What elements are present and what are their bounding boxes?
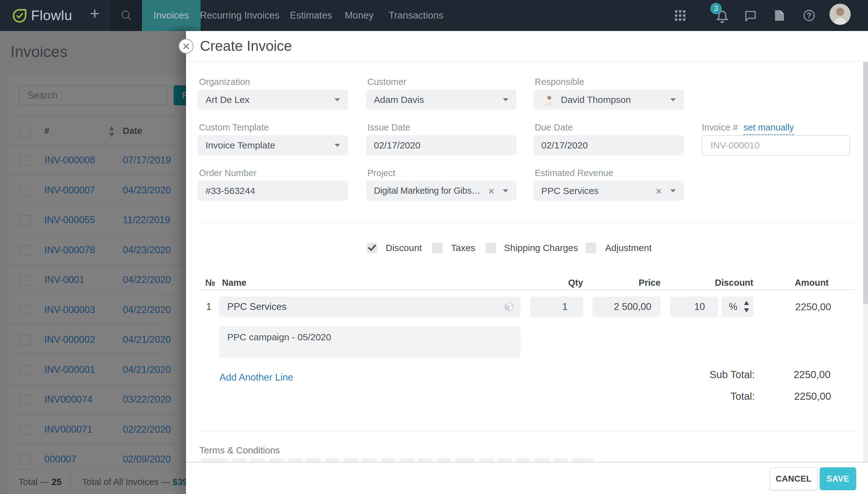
responsible-value: David Thompson — [555, 95, 631, 105]
subtotal-value: 2250,00 — [737, 369, 830, 381]
add-another-line-link[interactable]: Add Another Line — [220, 372, 293, 383]
chat-icon[interactable] — [744, 0, 757, 31]
save-button[interactable]: SAVE — [819, 467, 856, 490]
discount-option-label: Discount — [385, 243, 422, 253]
modal-footer: CANCEL SAVE — [186, 462, 868, 494]
subtotal-label: Sub Total: — [631, 369, 755, 381]
order-number-label: Order Number — [199, 168, 257, 178]
items-header-divider — [199, 289, 855, 290]
scrollbar-thumb[interactable] — [863, 62, 868, 304]
item-discount-value: 10 — [694, 301, 718, 312]
apps-grid-icon[interactable] — [675, 0, 686, 31]
spinner-arrows-icon[interactable] — [743, 301, 750, 313]
organization-select[interactable]: Art De Lex — [198, 90, 348, 110]
search-icon — [120, 10, 132, 21]
tab-estimates[interactable]: Estimates — [290, 0, 332, 31]
add-button[interactable]: + — [90, 4, 100, 23]
total-label: Total: — [631, 391, 755, 402]
estimated-revenue-label: Estimated Revenue — [535, 168, 613, 178]
product-package-icon[interactable] — [504, 302, 514, 312]
customer-select[interactable]: Adam Davis — [366, 90, 516, 110]
tab-transactions[interactable]: Transactions — [389, 0, 443, 31]
project-value: Digital Marketing for Gibso… — [366, 186, 483, 196]
scrollbar[interactable] — [863, 62, 868, 463]
adjustment-checkbox[interactable] — [586, 243, 596, 253]
responsible-label: Responsible — [535, 77, 584, 87]
chevron-down-icon — [670, 98, 676, 101]
chevron-down-icon — [335, 98, 340, 101]
items-name-header: Name — [222, 278, 246, 288]
item-row-index: 1 — [206, 297, 211, 317]
issue-date-label: Issue Date — [367, 122, 411, 133]
user-avatar[interactable] — [830, 4, 851, 25]
invoice-number-label-text: Invoice # — [702, 122, 738, 132]
estimated-revenue-select[interactable]: PPC Services — [533, 181, 684, 201]
set-manually-link[interactable]: set manually — [743, 122, 794, 135]
shipping-charges-checkbox[interactable] — [486, 243, 496, 253]
customer-value: Adam Davis — [366, 95, 424, 105]
total-value: 2250,00 — [738, 391, 831, 402]
section-divider — [198, 223, 856, 223]
discount-unit-value: % — [722, 301, 737, 312]
close-icon — [183, 43, 189, 49]
chevron-down-icon — [503, 98, 508, 101]
modal-header-divider — [186, 61, 863, 62]
tab-money[interactable]: Money — [345, 0, 374, 31]
notification-badge: 3 — [710, 3, 722, 14]
item-name-input[interactable]: PPC Services — [219, 297, 521, 317]
responsible-select[interactable]: David Thompson — [533, 90, 684, 110]
terms-conditions-label: Terms & Conditions — [199, 445, 280, 456]
items-discount-header: Discount — [691, 278, 753, 288]
item-description-value: PPC campaign - 05/2020 — [227, 332, 331, 342]
chevron-down-icon — [670, 189, 676, 192]
adjustment-option-label: Adjustment — [605, 243, 652, 253]
terms-divider — [198, 431, 856, 431]
item-qty-input[interactable]: 1 — [530, 297, 583, 317]
close-button[interactable] — [178, 39, 193, 54]
items-price-header: Price — [592, 278, 661, 288]
item-description-input[interactable]: PPC campaign - 05/2020 — [219, 327, 521, 358]
due-date-input[interactable]: 02/17/2020 — [533, 135, 684, 155]
invoice-number-label: Invoice # set manually — [702, 122, 794, 133]
taxes-option-label: Taxes — [451, 243, 475, 253]
svg-text:?: ? — [807, 11, 812, 20]
shipping-charges-option-label: Shipping Charges — [504, 243, 578, 253]
responsible-avatar — [543, 94, 555, 106]
taxes-checkbox[interactable] — [432, 243, 443, 253]
check-icon — [367, 243, 377, 253]
estimated-revenue-value: PPC Services — [533, 186, 599, 196]
issue-date-input[interactable]: 02/17/2020 — [366, 135, 516, 155]
discount-checkbox[interactable] — [367, 243, 377, 253]
flowlu-logo-icon[interactable] — [13, 9, 26, 23]
search-button[interactable] — [111, 0, 142, 31]
chevron-down-icon — [335, 144, 340, 147]
item-amount-value: 2250,00 — [769, 297, 831, 317]
cancel-button[interactable]: CANCEL — [770, 467, 817, 490]
items-qty-header: Qty — [530, 278, 583, 288]
due-date-label: Due Date — [535, 122, 573, 133]
modal-title: Create Invoice — [200, 38, 292, 54]
order-number-input[interactable]: #33-563244 — [198, 181, 348, 201]
custom-template-select[interactable]: Invoice Template — [198, 135, 348, 155]
item-price-value: 2 500,00 — [614, 301, 661, 312]
item-name-value: PPC Services — [219, 301, 286, 312]
invoice-number-placeholder: INV-000010 — [711, 140, 759, 151]
discount-unit-select[interactable]: % — [722, 297, 753, 317]
documents-icon[interactable] — [773, 0, 786, 31]
help-icon[interactable]: ? — [803, 0, 815, 31]
item-price-input[interactable]: 2 500,00 — [592, 297, 661, 317]
customer-label: Customer — [367, 77, 407, 87]
tab-invoices[interactable]: Invoices — [142, 0, 201, 31]
organization-value: Art De Lex — [198, 95, 249, 105]
item-qty-value: 1 — [562, 301, 583, 312]
tab-recurring-invoices[interactable]: Recurring Invoices — [200, 0, 280, 31]
organization-label: Organization — [199, 77, 250, 87]
clear-icon[interactable] — [656, 186, 662, 196]
brand-name[interactable]: Flowlu — [31, 7, 72, 23]
order-number-value: #33-563244 — [198, 186, 255, 196]
items-amount-header: Amount — [769, 278, 829, 288]
project-select[interactable]: Digital Marketing for Gibso… — [366, 181, 516, 201]
item-discount-input[interactable]: 10 — [670, 297, 718, 317]
invoice-number-input[interactable]: INV-000010 — [702, 135, 850, 156]
clear-icon[interactable] — [489, 186, 494, 196]
